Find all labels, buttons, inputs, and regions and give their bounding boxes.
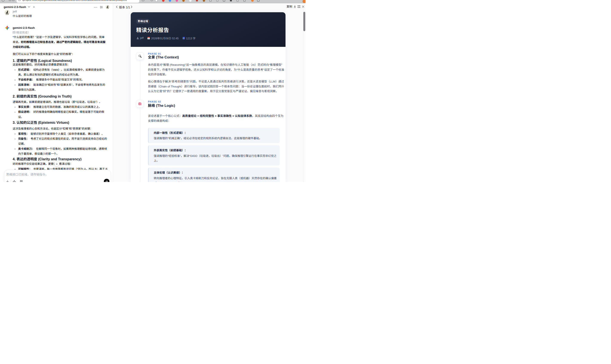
- svg-text:17: 17: [148, 38, 149, 39]
